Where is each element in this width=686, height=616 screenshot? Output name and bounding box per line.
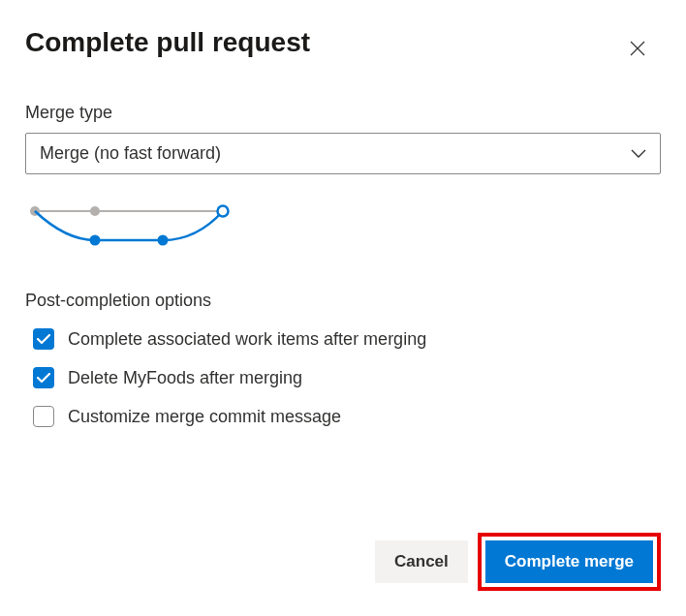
merge-type-selected: Merge (no fast forward)	[40, 143, 221, 164]
chevron-down-icon	[631, 149, 646, 159]
dialog-footer: Cancel Complete merge	[375, 533, 661, 591]
svg-point-6	[218, 206, 229, 217]
merge-type-dropdown[interactable]: Merge (no fast forward)	[25, 133, 661, 174]
checkbox-customize-message[interactable]	[33, 406, 54, 427]
check-icon	[37, 334, 50, 345]
svg-point-4	[90, 235, 101, 246]
option-complete-work-items: Complete associated work items after mer…	[25, 328, 661, 350]
option-label[interactable]: Delete MyFoods after merging	[68, 368, 302, 388]
merge-type-label: Merge type	[25, 103, 661, 123]
cancel-button[interactable]: Cancel	[375, 540, 468, 583]
merge-strategy-diagram	[27, 201, 661, 254]
complete-merge-button[interactable]: Complete merge	[485, 540, 653, 583]
dialog-title: Complete pull request	[25, 27, 310, 58]
checkbox-delete-branch[interactable]	[33, 367, 54, 388]
option-label[interactable]: Customize merge commit message	[68, 407, 341, 427]
close-button[interactable]	[622, 35, 653, 66]
post-completion-label: Post-completion options	[25, 291, 661, 311]
option-label[interactable]: Complete associated work items after mer…	[68, 329, 426, 350]
option-customize-message: Customize merge commit message	[25, 406, 661, 427]
svg-point-5	[158, 235, 169, 246]
check-icon	[37, 373, 50, 384]
checkbox-complete-work-items[interactable]	[33, 328, 54, 350]
svg-point-2	[90, 206, 100, 216]
option-delete-branch: Delete MyFoods after merging	[25, 367, 661, 388]
close-icon	[630, 41, 645, 60]
highlight-frame: Complete merge	[478, 533, 661, 591]
